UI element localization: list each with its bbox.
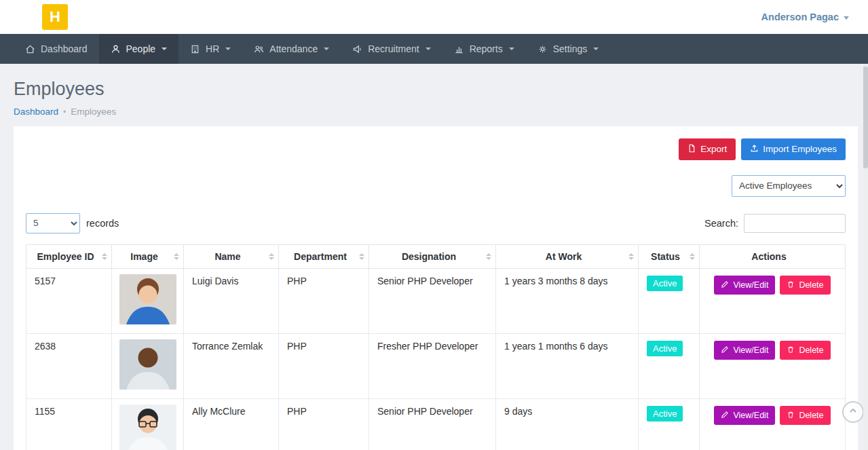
nav-label: Dashboard xyxy=(41,43,88,54)
employee-photo xyxy=(119,405,176,450)
table-header-row: Employee ID Image Name Department Design… xyxy=(26,244,846,268)
records-per-page-group: 5 records xyxy=(26,213,119,233)
nav-item-settings[interactable]: Settings xyxy=(526,34,611,64)
nav-label: HR xyxy=(206,43,219,54)
breadcrumb-current: Employees xyxy=(71,107,116,117)
status-badge: Active xyxy=(647,276,683,291)
employee-photo xyxy=(119,274,176,324)
table-row: 5157 Luigi Davis PHP Senior PHP Develope… xyxy=(26,268,846,333)
file-icon xyxy=(687,144,696,155)
breadcrumb: Dashboard • Employees xyxy=(14,107,868,117)
nav-item-recruitment[interactable]: Recruitment xyxy=(341,34,442,64)
employees-table: Employee ID Image Name Department Design… xyxy=(26,244,846,450)
delete-button[interactable]: Delete xyxy=(780,276,830,295)
nav-item-hr[interactable]: HR xyxy=(178,34,242,64)
nav-label: Settings xyxy=(553,43,588,54)
user-menu[interactable]: Anderson Pagac xyxy=(761,12,849,22)
cell-designation: Senior PHP Developer xyxy=(369,268,496,333)
upload-icon xyxy=(750,144,759,155)
trash-icon xyxy=(787,411,795,421)
scrollbar[interactable] xyxy=(863,64,868,450)
table-row: 2638 Torrance Zemlak PHP Fresher PHP Dev… xyxy=(26,333,846,398)
sort-icon xyxy=(690,253,695,260)
sort-icon xyxy=(486,253,491,260)
breadcrumb-dashboard-link[interactable]: Dashboard xyxy=(14,107,58,117)
header-designation[interactable]: Designation xyxy=(369,244,496,268)
header-image[interactable]: Image xyxy=(112,244,184,268)
sort-icon xyxy=(102,253,107,260)
header-label: At Work xyxy=(546,251,582,262)
header-actions: Actions xyxy=(700,244,846,268)
edit-icon xyxy=(721,345,729,356)
scrollbar-thumb[interactable] xyxy=(863,67,868,168)
chevron-up-icon xyxy=(848,405,858,419)
chevron-down-icon xyxy=(225,48,231,50)
export-button-label: Export xyxy=(700,145,727,154)
app-logo[interactable]: H xyxy=(42,4,68,30)
sort-icon xyxy=(174,253,179,260)
chevron-down-icon xyxy=(426,48,431,50)
view-edit-label: View/Edit xyxy=(733,281,768,290)
cell-actions: View/Edit Delete xyxy=(700,398,846,450)
nav-item-dashboard[interactable]: Dashboard xyxy=(14,34,99,64)
users-icon xyxy=(254,44,264,54)
header-name[interactable]: Name xyxy=(184,244,279,268)
search-group: Search: xyxy=(704,214,846,233)
breadcrumb-separator: • xyxy=(63,107,66,117)
trash-icon xyxy=(787,345,795,356)
view-edit-button[interactable]: View/Edit xyxy=(714,276,775,295)
cell-employee-id: 5157 xyxy=(26,268,112,333)
scroll-to-top-button[interactable] xyxy=(842,401,864,423)
chevron-down-icon xyxy=(324,48,329,50)
export-import-toolbar: Export Import Employees xyxy=(26,138,846,160)
cell-employee-id: 1155 xyxy=(26,398,112,450)
cell-status: Active xyxy=(639,333,700,398)
status-badge: Active xyxy=(647,341,683,356)
cell-name: Torrance Zemlak xyxy=(184,333,279,398)
nav-item-attendance[interactable]: Attendance xyxy=(242,34,341,64)
cell-designation: Senior PHP Developer xyxy=(369,398,496,450)
delete-button[interactable]: Delete xyxy=(780,341,830,360)
chevron-down-icon xyxy=(509,48,514,50)
header-at-work[interactable]: At Work xyxy=(496,244,639,268)
header-status[interactable]: Status xyxy=(639,244,700,268)
export-button[interactable]: Export xyxy=(679,138,736,160)
cell-department: PHP xyxy=(279,398,369,450)
edit-icon xyxy=(721,411,729,421)
header-label: Status xyxy=(651,251,680,262)
header-department[interactable]: Department xyxy=(279,244,369,268)
records-label: records xyxy=(86,218,119,229)
view-edit-label: View/Edit xyxy=(733,346,768,355)
cell-status: Active xyxy=(639,398,700,450)
view-edit-button[interactable]: View/Edit xyxy=(714,406,775,426)
filter-row: Active Employees xyxy=(26,175,846,197)
cell-actions: View/Edit Delete xyxy=(700,333,846,398)
cell-actions: View/Edit Delete xyxy=(700,268,846,333)
logo-letter: H xyxy=(50,8,60,26)
cell-at-work: 9 days xyxy=(496,398,639,450)
sort-icon xyxy=(359,253,364,260)
nav-item-reports[interactable]: Reports xyxy=(442,34,526,64)
cell-department: PHP xyxy=(279,333,369,398)
chevron-down-icon xyxy=(844,16,849,20)
import-employees-button[interactable]: Import Employees xyxy=(741,138,846,160)
nav-item-people[interactable]: People xyxy=(99,34,179,64)
view-edit-button[interactable]: View/Edit xyxy=(714,341,775,360)
header-employee-id[interactable]: Employee ID xyxy=(26,244,112,268)
status-badge: Active xyxy=(647,406,683,421)
home-icon xyxy=(25,44,35,54)
gear-icon xyxy=(537,44,548,54)
delete-label: Delete xyxy=(799,411,823,420)
records-per-page-select[interactable]: 5 xyxy=(26,213,80,233)
megaphone-icon xyxy=(352,44,362,54)
search-input[interactable] xyxy=(744,214,846,233)
cell-status: Active xyxy=(639,268,700,333)
chevron-down-icon xyxy=(162,48,167,50)
header-label: Image xyxy=(130,251,157,262)
search-label: Search: xyxy=(704,218,738,229)
delete-button[interactable]: Delete xyxy=(780,406,830,426)
cell-image xyxy=(112,333,184,398)
nav-label: People xyxy=(126,43,156,54)
employee-filter-select[interactable]: Active Employees xyxy=(732,175,846,197)
header-label: Name xyxy=(214,251,240,262)
